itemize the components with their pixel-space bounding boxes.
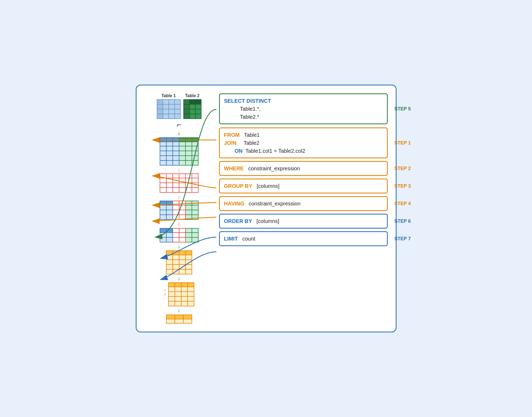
arrow6: ↓: [178, 275, 180, 282]
on-keyword: ON: [235, 148, 243, 154]
groupby-line: GROUP BY [columns]: [224, 182, 383, 190]
select-line2: Table1.*,: [224, 105, 383, 113]
select-keyword: SELECT DISTINCT: [224, 98, 271, 104]
table2-group: Table 2: [183, 93, 201, 119]
orderby-block: ORDER BY [columns] STEP 6: [219, 214, 388, 229]
table1-label: Table 1: [162, 93, 176, 98]
limit-text: count: [239, 236, 255, 242]
table2-label: Table 2: [185, 93, 200, 98]
groupby-text: [columns]: [254, 183, 279, 189]
orderby-text: [columns]: [254, 218, 279, 224]
orderby-line: ORDER BY [columns]: [224, 217, 383, 225]
having-text: constraint_expression: [246, 201, 300, 207]
step2-label: STEP 2: [394, 166, 411, 171]
join-keyword: JOIN: [224, 140, 237, 146]
table1-mini: [157, 99, 181, 119]
from-text: Table1: [241, 132, 260, 138]
where-keyword: WHERE: [224, 166, 244, 171]
limit-line: LIMIT count: [224, 235, 383, 243]
from-block: FROM Table1 JOIN Table2 ON Table1.col1 =…: [219, 127, 388, 158]
arrow1: ↓: [178, 130, 180, 137]
joined-table: [160, 137, 199, 166]
where-line: WHERE constraint_expression: [224, 164, 383, 172]
select-block: SELECT DISTINCT Table1.*, Table2.* STEP …: [219, 93, 388, 124]
step3-label: STEP 3: [394, 183, 411, 189]
bracket: ⌐: [177, 121, 181, 129]
select-col1: Table1.*,: [240, 106, 261, 112]
step4-label: STEP 4: [394, 201, 411, 207]
join-text: Table2: [238, 140, 259, 146]
ordered-table-group: 12⋮: [164, 282, 194, 306]
select-table: [166, 250, 192, 274]
groupby-keyword: GROUP BY: [224, 183, 252, 189]
orderby-keyword: ORDER BY: [224, 218, 252, 224]
diagram-wrapper: Table 1 Table 2: [145, 93, 388, 324]
select-col2: Table2.*: [240, 114, 259, 120]
arrow3: ↓: [178, 193, 180, 200]
from-line1: FROM Table1: [224, 131, 383, 139]
limit-table: [166, 315, 192, 324]
step5-label: STEP 5: [394, 106, 411, 112]
arrow2: ↓: [178, 166, 180, 173]
where-table: [160, 174, 199, 193]
where-text: constraint_expression: [245, 166, 300, 171]
arrow7: ↓: [178, 307, 180, 314]
having-block: HAVING constraint_expression STEP 4: [219, 196, 388, 211]
where-block: WHERE constraint_expression STEP 2: [219, 161, 388, 176]
table1-group: Table 1: [157, 93, 181, 119]
on-line: ON Table1.col1 = Table2.col2: [224, 147, 383, 155]
select-line3: Table2.*: [224, 113, 383, 121]
having-line: HAVING constraint_expression: [224, 200, 383, 208]
groupby-table: [160, 201, 199, 220]
having-table: [160, 228, 199, 242]
from-keyword: FROM: [224, 132, 240, 138]
step6-label: STEP 6: [394, 218, 411, 224]
limit-block: LIMIT count STEP 7: [219, 231, 388, 246]
step1-label: STEP 1: [394, 140, 411, 146]
right-panel: SELECT DISTINCT Table1.*, Table2.* STEP …: [214, 93, 388, 324]
arrow5: ↓: [178, 243, 180, 250]
on-text: Table1.col1 = Table2.col2: [244, 148, 305, 154]
step7-label: STEP 7: [394, 236, 411, 242]
arrow4: ↓: [178, 220, 180, 227]
join-line: JOIN Table2: [224, 139, 383, 147]
main-container: Table 1 Table 2: [136, 85, 397, 332]
select-line1: SELECT DISTINCT: [224, 97, 383, 105]
row-numbers: 12⋮: [164, 288, 167, 300]
groupby-block: GROUP BY [columns] STEP 3: [219, 179, 388, 193]
left-panel: Table 1 Table 2: [145, 93, 214, 324]
limit-keyword: LIMIT: [224, 236, 238, 242]
top-tables: Table 1 Table 2: [157, 93, 201, 119]
having-keyword: HAVING: [224, 201, 244, 207]
table2-mini: [183, 99, 201, 119]
ordered-table: [168, 282, 194, 306]
